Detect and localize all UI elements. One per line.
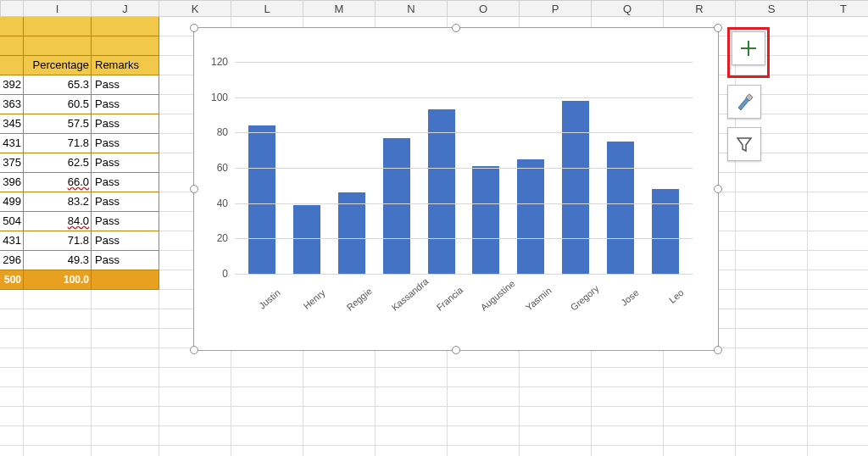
cell[interactable]	[520, 446, 592, 456]
cell[interactable]	[0, 36, 24, 56]
cell[interactable]	[24, 290, 92, 309]
cell[interactable]	[664, 446, 736, 456]
cell[interactable]	[736, 212, 808, 231]
cell[interactable]: 500	[0, 270, 24, 290]
cell[interactable]	[24, 309, 92, 329]
cell[interactable]: Pass	[92, 134, 159, 153]
column-header-S[interactable]: S	[736, 0, 808, 17]
cell[interactable]	[92, 36, 159, 56]
cell[interactable]	[0, 56, 24, 75]
cell[interactable]	[303, 348, 376, 368]
cell[interactable]	[808, 153, 868, 173]
bar-Jose[interactable]	[607, 142, 634, 274]
resize-handle-bl[interactable]	[190, 346, 198, 354]
cell[interactable]	[520, 368, 592, 387]
cell[interactable]	[159, 387, 231, 407]
resize-handle-tl[interactable]	[190, 24, 198, 32]
cell[interactable]	[0, 426, 24, 446]
cell[interactable]: Pass	[92, 114, 159, 134]
cell[interactable]	[376, 407, 448, 426]
cell[interactable]: Pass	[92, 95, 159, 114]
cell[interactable]: 66.0	[24, 173, 92, 192]
cell[interactable]	[808, 251, 868, 270]
cell[interactable]: 363	[0, 95, 24, 114]
chart-elements-button[interactable]	[732, 31, 765, 65]
cell[interactable]	[808, 231, 868, 251]
cell[interactable]	[0, 407, 24, 426]
cell[interactable]	[808, 56, 868, 75]
cell[interactable]	[231, 407, 303, 426]
cell[interactable]	[808, 368, 868, 387]
column-header-T[interactable]: T	[808, 0, 868, 17]
cell[interactable]	[0, 368, 24, 387]
bar-Justin[interactable]	[248, 125, 275, 274]
bar-Henry[interactable]	[293, 205, 320, 274]
cell[interactable]: Pass	[92, 173, 159, 192]
cell[interactable]	[808, 407, 868, 426]
cell[interactable]	[808, 329, 868, 348]
cell[interactable]: 296	[0, 251, 24, 270]
cell[interactable]	[808, 212, 868, 231]
cell[interactable]	[231, 387, 303, 407]
cell[interactable]	[376, 426, 448, 446]
column-header-N[interactable]: N	[376, 0, 448, 17]
cell[interactable]: Pass	[92, 75, 159, 95]
cell[interactable]: 65.3	[24, 75, 92, 95]
cell[interactable]	[664, 387, 736, 407]
cell[interactable]	[24, 348, 92, 368]
cell[interactable]	[92, 270, 159, 290]
cell[interactable]	[376, 446, 448, 456]
cell[interactable]: 396	[0, 173, 24, 192]
cell[interactable]	[520, 426, 592, 446]
cell[interactable]	[159, 426, 231, 446]
cell[interactable]	[736, 251, 808, 270]
cell[interactable]	[303, 387, 376, 407]
cell[interactable]	[592, 368, 664, 387]
cell[interactable]	[808, 446, 868, 456]
cell[interactable]	[0, 348, 24, 368]
cell[interactable]	[448, 426, 520, 446]
column-header-L[interactable]: L	[231, 0, 303, 17]
cell[interactable]: 83.2	[24, 192, 92, 212]
cell[interactable]	[736, 407, 808, 426]
cell[interactable]	[808, 426, 868, 446]
cell[interactable]	[808, 95, 868, 114]
cell[interactable]	[808, 75, 868, 95]
cell[interactable]	[92, 368, 159, 387]
cell[interactable]	[231, 446, 303, 456]
cell[interactable]: 499	[0, 192, 24, 212]
cell[interactable]	[664, 407, 736, 426]
cell[interactable]	[231, 368, 303, 387]
cell[interactable]: Pass	[92, 251, 159, 270]
cell[interactable]	[24, 36, 92, 56]
cell[interactable]: 49.3	[24, 251, 92, 270]
cell[interactable]	[92, 329, 159, 348]
cell[interactable]	[592, 348, 664, 368]
resize-handle-br[interactable]	[714, 346, 722, 354]
cell[interactable]	[0, 17, 24, 36]
bar-Reggie[interactable]	[338, 192, 365, 274]
cell[interactable]	[520, 348, 592, 368]
cell[interactable]	[24, 407, 92, 426]
cell[interactable]	[736, 426, 808, 446]
cell[interactable]	[808, 173, 868, 192]
cell[interactable]	[808, 192, 868, 212]
bar-Kassandra[interactable]	[383, 138, 410, 274]
cell[interactable]	[808, 270, 868, 290]
chart-style-button[interactable]	[727, 85, 761, 119]
cell[interactable]: 504	[0, 212, 24, 231]
column-header-J[interactable]: J	[92, 0, 159, 17]
cell[interactable]	[24, 426, 92, 446]
cell[interactable]	[664, 426, 736, 446]
cell[interactable]: 57.5	[24, 114, 92, 134]
cell[interactable]	[92, 290, 159, 309]
chart-filter-button[interactable]	[727, 127, 761, 161]
cell[interactable]	[92, 407, 159, 426]
cell[interactable]	[808, 290, 868, 309]
cell[interactable]	[808, 17, 868, 36]
cell[interactable]: 71.8	[24, 231, 92, 251]
cell[interactable]	[808, 36, 868, 56]
cell[interactable]	[808, 134, 868, 153]
cell[interactable]	[736, 192, 808, 212]
cell[interactable]	[92, 426, 159, 446]
